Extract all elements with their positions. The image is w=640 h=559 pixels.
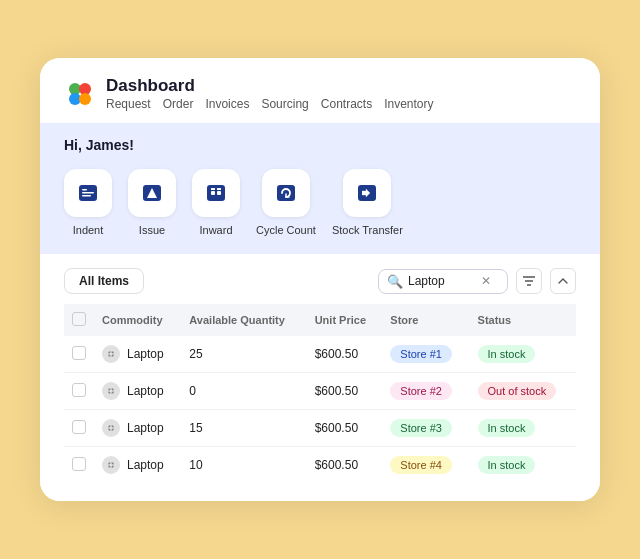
header-status: Status xyxy=(470,304,576,336)
header-qty: Available Quantity xyxy=(181,304,306,336)
row-qty: 15 xyxy=(181,410,306,447)
header-checkbox-cell xyxy=(64,304,94,336)
dashboard-title: Dashboard xyxy=(106,76,434,96)
row-commodity: Laptop xyxy=(94,373,181,410)
action-stock-transfer[interactable]: Stock Transfer xyxy=(332,169,403,236)
commodity-name: Laptop xyxy=(127,421,164,435)
indent-label: Indent xyxy=(73,224,104,236)
row-checkbox-cell xyxy=(64,373,94,410)
row-status: In stock xyxy=(470,447,576,484)
nav-request[interactable]: Request xyxy=(106,97,151,111)
row-commodity: Laptop xyxy=(94,336,181,373)
row-checkbox[interactable] xyxy=(72,346,86,360)
status-badge: Out of stock xyxy=(478,382,557,400)
row-checkbox[interactable] xyxy=(72,457,86,471)
row-qty: 0 xyxy=(181,373,306,410)
table-toolbar: All Items 🔍 ✕ xyxy=(64,268,576,294)
row-checkbox-cell xyxy=(64,410,94,447)
row-status: In stock xyxy=(470,336,576,373)
store-badge: Store #3 xyxy=(390,419,452,437)
cycle-count-icon-box xyxy=(262,169,310,217)
nav-contracts[interactable]: Contracts xyxy=(321,97,372,111)
nav-links: Request Order Invoices Sourcing Contract… xyxy=(106,97,434,111)
store-badge: Store #4 xyxy=(390,456,452,474)
main-card: Dashboard Request Order Invoices Sourcin… xyxy=(40,58,600,501)
header-checkbox[interactable] xyxy=(72,312,86,326)
nav-inventory[interactable]: Inventory xyxy=(384,97,433,111)
commodity-dot xyxy=(102,345,120,363)
svg-rect-7 xyxy=(82,195,91,197)
cycle-count-label: Cycle Count xyxy=(256,224,316,236)
commodity-dot xyxy=(102,382,120,400)
inward-label: Inward xyxy=(199,224,232,236)
greeting-text: Hi, James! xyxy=(64,137,576,153)
header-price: Unit Price xyxy=(307,304,383,336)
commodity-name: Laptop xyxy=(127,347,164,361)
row-price: $600.50 xyxy=(307,410,383,447)
nav-order[interactable]: Order xyxy=(163,97,194,111)
svg-rect-5 xyxy=(82,189,87,191)
commodity-dot xyxy=(102,456,120,474)
svg-point-3 xyxy=(79,93,91,105)
row-price: $600.50 xyxy=(307,373,383,410)
nav-invoices[interactable]: Invoices xyxy=(205,97,249,111)
search-input[interactable] xyxy=(408,274,476,288)
row-store: Store #4 xyxy=(382,447,469,484)
svg-rect-11 xyxy=(211,191,215,195)
nav-sourcing[interactable]: Sourcing xyxy=(261,97,308,111)
status-badge: In stock xyxy=(478,345,536,363)
row-store: Store #2 xyxy=(382,373,469,410)
search-filter-group: 🔍 ✕ xyxy=(378,268,576,294)
svg-rect-15 xyxy=(277,185,295,201)
table-row: Laptop 15 $600.50 Store #3 In stock xyxy=(64,410,576,447)
table-row: Laptop 10 $600.50 Store #4 In stock xyxy=(64,447,576,484)
action-indent[interactable]: Indent xyxy=(64,169,112,236)
row-qty: 10 xyxy=(181,447,306,484)
row-commodity: Laptop xyxy=(94,410,181,447)
inward-icon-box xyxy=(192,169,240,217)
row-store: Store #1 xyxy=(382,336,469,373)
row-price: $600.50 xyxy=(307,336,383,373)
row-price: $600.50 xyxy=(307,447,383,484)
indent-icon-box xyxy=(64,169,112,217)
status-badge: In stock xyxy=(478,419,536,437)
row-commodity: Laptop xyxy=(94,447,181,484)
table-header-row: Commodity Available Quantity Unit Price … xyxy=(64,304,576,336)
row-checkbox[interactable] xyxy=(72,420,86,434)
filter-icon[interactable] xyxy=(516,268,542,294)
store-badge: Store #2 xyxy=(390,382,452,400)
search-box: 🔍 ✕ xyxy=(378,269,508,294)
logo-icon xyxy=(64,78,96,110)
store-badge: Store #1 xyxy=(390,345,452,363)
search-clear-icon[interactable]: ✕ xyxy=(481,274,491,288)
action-issue[interactable]: Issue xyxy=(128,169,176,236)
items-table: Commodity Available Quantity Unit Price … xyxy=(64,304,576,483)
svg-rect-12 xyxy=(217,191,221,195)
table-section: All Items 🔍 ✕ xyxy=(40,254,600,501)
action-icons: Indent Issue xyxy=(64,169,576,236)
svg-rect-14 xyxy=(217,188,221,190)
issue-label: Issue xyxy=(139,224,165,236)
action-cycle-count[interactable]: Cycle Count xyxy=(256,169,316,236)
issue-icon-box xyxy=(128,169,176,217)
svg-rect-6 xyxy=(82,192,94,194)
stock-transfer-label: Stock Transfer xyxy=(332,224,403,236)
search-icon: 🔍 xyxy=(387,274,403,289)
svg-rect-13 xyxy=(211,188,215,190)
all-items-button[interactable]: All Items xyxy=(64,268,144,294)
sort-icon[interactable] xyxy=(550,268,576,294)
header-commodity: Commodity xyxy=(94,304,181,336)
row-store: Store #3 xyxy=(382,410,469,447)
action-inward[interactable]: Inward xyxy=(192,169,240,236)
stock-transfer-icon-box xyxy=(343,169,391,217)
row-qty: 25 xyxy=(181,336,306,373)
row-checkbox-cell xyxy=(64,447,94,484)
row-checkbox[interactable] xyxy=(72,383,86,397)
commodity-dot xyxy=(102,419,120,437)
status-badge: In stock xyxy=(478,456,536,474)
greeting-section: Hi, James! Indent xyxy=(40,123,600,254)
row-checkbox-cell xyxy=(64,336,94,373)
row-status: In stock xyxy=(470,410,576,447)
header-store: Store xyxy=(382,304,469,336)
header: Dashboard Request Order Invoices Sourcin… xyxy=(40,58,600,111)
